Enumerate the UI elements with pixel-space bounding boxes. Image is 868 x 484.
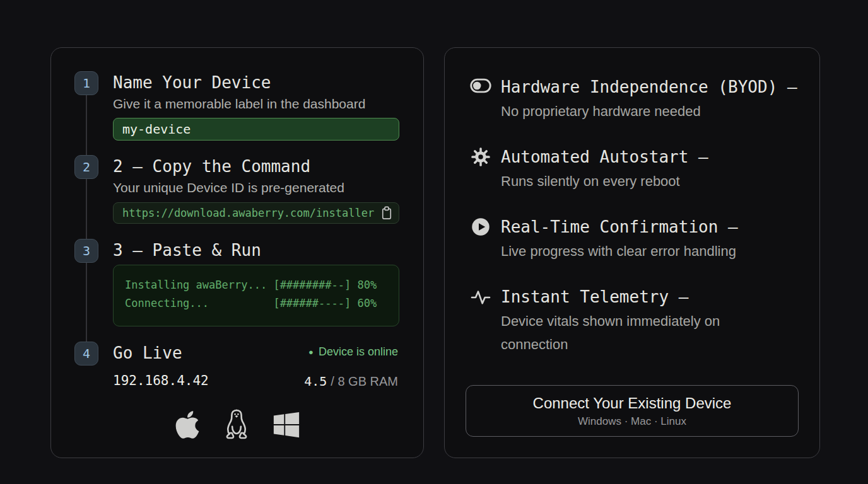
feature-title: Instant Telemetry — — [501, 286, 801, 308]
feature-description: No proprietary hardware needed — [501, 100, 778, 123]
step-3-badge: 3 — [74, 239, 98, 263]
device-ip: 192.168.4.42 — [113, 373, 209, 388]
clipboard-icon[interactable] — [380, 206, 393, 220]
feature-hardware-independence: Hardware Independence (BYOD) — No propri… — [470, 76, 801, 123]
status-badge: ● Device is online — [308, 345, 398, 359]
pulse-icon — [470, 286, 491, 308]
terminal-line: Installing awaBerry... [########--] 80% — [125, 276, 399, 294]
ram-usage: 4.5/ 8 GB RAM — [304, 374, 398, 389]
feature-description: Live progress with clear error handling — [501, 239, 778, 263]
step-connector-line — [86, 83, 87, 354]
feature-realtime-confirmation: Real-Time Confirmation — Live progress w… — [470, 216, 801, 263]
windows-icon — [273, 410, 300, 439]
features-card: Hardware Independence (BYOD) — No propri… — [444, 47, 820, 458]
step-1-title: Name Your Device — [113, 72, 271, 93]
step-2-title: 2 — Copy the Command — [113, 156, 310, 177]
connect-button-sublabel: Windows · Mac · Linux — [578, 415, 686, 428]
step-1-badge: 1 — [74, 71, 98, 95]
gear-icon — [470, 146, 491, 166]
ram-total: / 8 GB RAM — [331, 374, 398, 388]
step-2-subtitle: Your unique Device ID is pre-generated — [113, 180, 344, 196]
supported-os-row — [51, 407, 423, 442]
apple-icon — [174, 409, 201, 441]
device-name-input[interactable] — [113, 118, 399, 141]
step-3-title: 3 — Paste & Run — [113, 239, 261, 261]
online-dot-icon: ● — [308, 348, 314, 356]
feature-title: Hardware Independence (BYOD) — — [501, 76, 801, 98]
feature-description: Device vitals shown immediately on conne… — [501, 309, 778, 356]
installer-url: https://download.awaberry.com/installer — [122, 207, 380, 219]
onboarding-card: 1 Name Your Device Give it a memorable l… — [50, 47, 424, 458]
ram-used: 4.5 — [304, 374, 327, 389]
step-2-badge: 2 — [74, 155, 98, 179]
feature-title: Automated Autostart — — [501, 146, 801, 168]
play-icon — [470, 216, 491, 236]
terminal-output: Installing awaBerry... [########--] 80% … — [113, 265, 399, 326]
toggle-icon — [470, 76, 491, 94]
terminal-line: Connecting... [######----] 60% — [125, 294, 399, 313]
step-4-badge: 4 — [74, 342, 98, 366]
linux-icon — [222, 408, 251, 441]
step-1-subtitle: Give it a memorable label in the dashboa… — [113, 96, 365, 112]
online-status-label: Device is online — [319, 345, 398, 359]
feature-title: Real-Time Confirmation — — [501, 216, 801, 238]
installer-url-field[interactable]: https://download.awaberry.com/installer — [113, 202, 399, 224]
step-4-title: Go Live — [113, 342, 182, 364]
feature-instant-telemetry: Instant Telemetry — Device vitals shown … — [470, 286, 801, 356]
connect-device-button[interactable]: Connect Your Existing Device Windows · M… — [466, 385, 799, 437]
feature-description: Runs silently on every reboot — [501, 170, 778, 193]
feature-automated-autostart: Automated Autostart — Runs silently on e… — [470, 146, 801, 193]
connect-button-label: Connect Your Existing Device — [533, 395, 732, 412]
